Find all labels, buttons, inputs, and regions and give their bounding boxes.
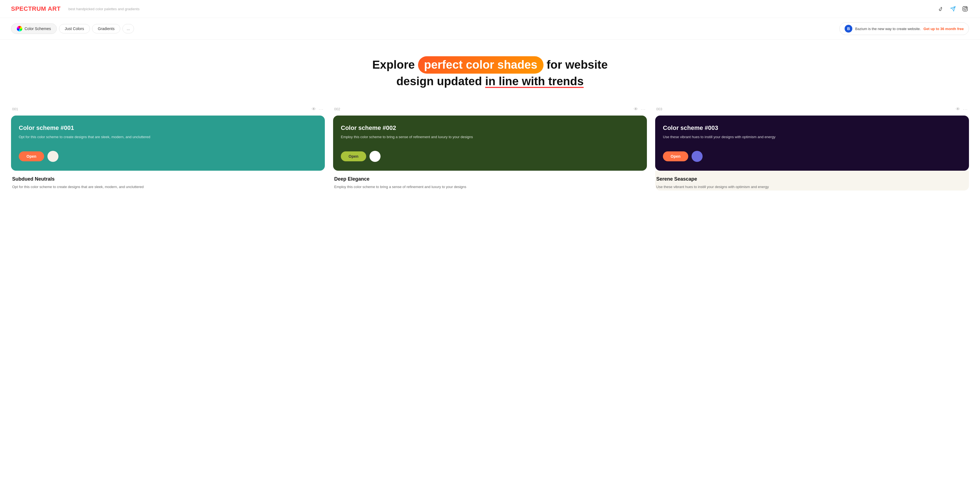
hero-section: Explore perfect color shades for website… [0, 40, 980, 99]
nav-color-schemes-label: Color Schemes [25, 27, 51, 31]
card-001-bottom-desc: Opt for this color scheme to create desi… [12, 184, 324, 190]
card-003-actions: Open [663, 151, 961, 162]
card-002-number: 002 [334, 107, 340, 111]
card-001-content: Color scheme #001 Opt for this color sch… [19, 124, 317, 145]
card-001-meta: 001 👁 ··· [11, 105, 325, 114]
tagline: best handpicked color palettes and gradi… [68, 7, 140, 11]
card-001-actions: Open [19, 151, 317, 162]
card-001-title: Color scheme #001 [19, 124, 317, 132]
nav-left: Color Schemes Just Colors Gradients ... [11, 24, 134, 34]
svg-rect-0 [963, 6, 967, 11]
card-002-eye-icon[interactable]: 👁 [634, 107, 638, 112]
card-003-swatch [692, 151, 703, 162]
hero-prefix: Explore [372, 58, 415, 71]
nav-item-gradients[interactable]: Gradients [92, 24, 121, 33]
telegram-icon[interactable] [949, 5, 957, 13]
hero-line2-prefix: design updated [396, 75, 482, 88]
card-003-wrapper: 003 👁 ··· Color scheme #003 Use these vi… [655, 105, 969, 191]
cards-grid: 001 👁 ··· Color scheme #001 Opt for this… [11, 105, 969, 191]
bazium-badge: B Bazium is the new way to create websit… [839, 22, 969, 35]
card-003-title: Color scheme #003 [663, 124, 961, 132]
card-002-open-button[interactable]: Open [341, 151, 366, 161]
nav-more-button[interactable]: ... [123, 24, 134, 33]
hero-subtitle: design updated in line with trends [11, 75, 969, 88]
card-001-top: Color scheme #001 Opt for this color sch… [11, 116, 325, 171]
card-002-desc: Employ this color scheme to bring a sens… [341, 134, 639, 140]
tiktok-icon[interactable] [937, 5, 945, 13]
color-wheel-icon [17, 26, 22, 32]
card-001-desc: Opt for this color scheme to create desi… [19, 134, 317, 140]
card-001-dots-icon[interactable]: ··· [319, 107, 324, 111]
card-001-eye-icon[interactable]: 👁 [312, 107, 316, 112]
card-002-title: Color scheme #002 [341, 124, 639, 132]
svg-point-2 [966, 8, 967, 8]
nav: Color Schemes Just Colors Gradients ... … [0, 18, 980, 40]
cards-section: 001 👁 ··· Color scheme #001 Opt for this… [0, 99, 980, 196]
card-002-actions: Open [341, 151, 639, 162]
nav-just-colors-label: Just Colors [65, 27, 84, 31]
hero-line2-underline: in line with trends [485, 75, 584, 88]
card-003-top: Color scheme #003 Use these vibrant hues… [655, 116, 969, 171]
hero-title: Explore perfect color shades for website [11, 56, 969, 74]
card-003-content: Color scheme #003 Use these vibrant hues… [663, 124, 961, 145]
card-003-bottom-title: Serene Seascape [656, 176, 968, 182]
card-003-desc: Use these vibrant hues to instill your d… [663, 134, 961, 140]
card-003-bottom-desc: Use these vibrant hues to instill your d… [656, 184, 968, 190]
bazium-text: Bazium is the new way to create website. [855, 27, 921, 31]
card-003-dots-icon[interactable]: ··· [963, 107, 968, 111]
bazium-link[interactable]: Get up to 36 month free [923, 27, 964, 31]
header: SPECTRUM ART best handpicked color palet… [0, 0, 980, 18]
card-003-bottom: Serene Seascape Use these vibrant hues t… [655, 171, 969, 191]
card-001-number: 001 [12, 107, 18, 111]
bazium-logo: B [845, 25, 852, 33]
social-icons [937, 5, 969, 13]
card-002-bottom: Deep Elegance Employ this color scheme t… [333, 171, 647, 191]
hero-suffix: for website [547, 58, 608, 71]
card-001-wrapper: 001 👁 ··· Color scheme #001 Opt for this… [11, 105, 325, 191]
card-001-meta-right: 👁 ··· [312, 107, 324, 112]
card-003-number: 003 [656, 107, 662, 111]
nav-gradients-label: Gradients [98, 27, 115, 31]
card-001-bottom: Subdued Neutrals Opt for this color sche… [11, 171, 325, 191]
card-003-open-button[interactable]: Open [663, 151, 688, 161]
card-002-top: Color scheme #002 Employ this color sche… [333, 116, 647, 171]
card-003-meta-right: 👁 ··· [956, 107, 968, 112]
card-001-bottom-title: Subdued Neutrals [12, 176, 324, 182]
hero-highlight: perfect color shades [418, 56, 544, 74]
card-003-eye-icon[interactable]: 👁 [956, 107, 960, 112]
logo: SPECTRUM ART [11, 5, 60, 13]
card-002-dots-icon[interactable]: ··· [641, 107, 646, 111]
svg-point-1 [964, 8, 966, 10]
nav-right: B Bazium is the new way to create websit… [839, 22, 969, 35]
card-002-meta: 002 👁 ··· [333, 105, 647, 114]
card-002-swatch [369, 151, 380, 162]
card-001-open-button[interactable]: Open [19, 151, 44, 161]
card-002-bottom-title: Deep Elegance [334, 176, 646, 182]
card-002-wrapper: 002 👁 ··· Color scheme #002 Employ this … [333, 105, 647, 191]
card-003-meta: 003 👁 ··· [655, 105, 969, 114]
card-002-content: Color scheme #002 Employ this color sche… [341, 124, 639, 145]
card-002-bottom-desc: Employ this color scheme to bring a sens… [334, 184, 646, 190]
card-002-meta-right: 👁 ··· [634, 107, 646, 112]
header-left: SPECTRUM ART best handpicked color palet… [11, 5, 140, 13]
instagram-icon[interactable] [961, 5, 969, 13]
nav-item-color-schemes[interactable]: Color Schemes [11, 24, 57, 34]
card-001-swatch [48, 151, 59, 162]
nav-item-just-colors[interactable]: Just Colors [59, 24, 90, 33]
